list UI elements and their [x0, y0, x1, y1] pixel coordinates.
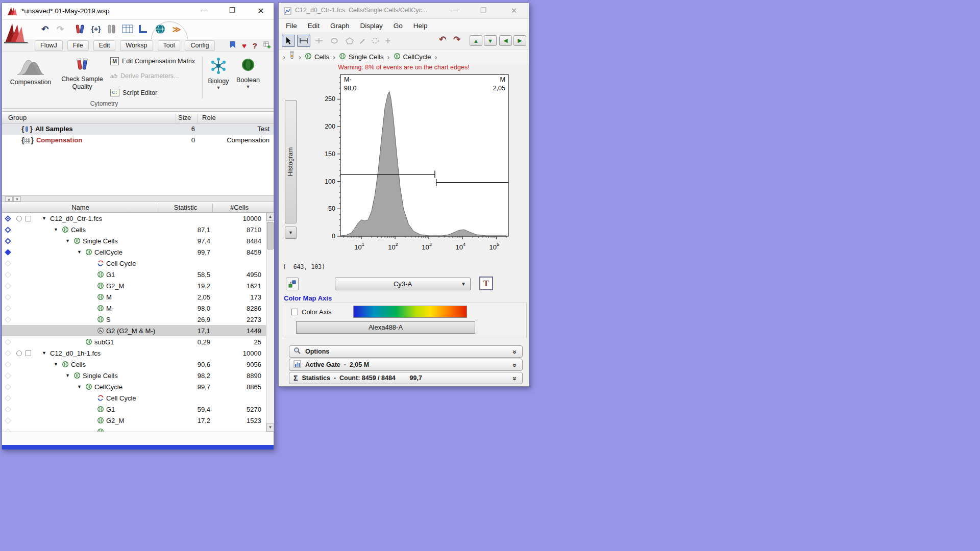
sample-square-icon[interactable] [26, 350, 31, 356]
add-samples-icon[interactable] [72, 22, 87, 36]
sample-circle-icon[interactable] [16, 350, 22, 356]
x-axis-parameter-dropdown[interactable]: Cy3-A ▼ [335, 278, 471, 290]
expand-chevron-icon[interactable]: » [511, 350, 519, 354]
options-panel[interactable]: Options » [289, 345, 523, 358]
diamond-indicator-icon[interactable] [5, 238, 11, 244]
graph-undo-button[interactable]: ↶ [436, 34, 449, 46]
sample-flask-icon[interactable] [289, 51, 295, 62]
help-icon[interactable]: ? [253, 41, 257, 50]
row-lead-icons[interactable] [2, 261, 42, 266]
diamond-indicator-icon[interactable] [5, 260, 11, 267]
polygon-gate-tool[interactable] [343, 35, 356, 47]
row-lead-icons[interactable] [2, 407, 42, 412]
row-lead-icons[interactable] [2, 385, 42, 389]
graph-titlebar[interactable]: C12_d0_Ctr-1.fcs: Cells/Single Cells/Cel… [279, 3, 529, 19]
expander-icon[interactable]: ▼ [42, 216, 50, 221]
tree-row[interactable]: &G2 (G2_M & M-)17,11449 [2, 325, 266, 336]
tree-row[interactable]: G158,54950 [2, 269, 266, 280]
swap-axes-button[interactable] [286, 278, 299, 290]
tree-row[interactable]: ▼Cells87,18710 [2, 224, 266, 235]
ribbon-tab-edit[interactable]: Edit [93, 40, 116, 51]
ribbon-tab-config[interactable]: Config [185, 40, 214, 51]
expander-icon[interactable]: ▼ [42, 350, 50, 356]
scroll-up-button[interactable]: ▲ [266, 213, 274, 221]
breadcrumb-item[interactable]: CellCycle [394, 53, 431, 61]
expander-icon[interactable]: ▼ [77, 249, 85, 255]
graph-minimize-button[interactable]: — [449, 6, 460, 14]
menu-edit[interactable]: Edit [308, 22, 320, 30]
tree-row[interactable]: ▼CellCycle99,78459 [2, 246, 266, 258]
advance-icon[interactable]: ≫ [169, 22, 184, 36]
pencil-gate-tool[interactable] [356, 35, 369, 47]
tree-scrollbar[interactable]: ▲ ▼ [266, 213, 274, 432]
undo-button[interactable]: ↶ [38, 22, 52, 36]
histogram-plot[interactable]: 050100150200250101102103104105M-98,0M2,0… [279, 73, 530, 258]
graph-redo-button[interactable]: ↷ [450, 34, 463, 46]
biology-dropdown[interactable]: Biology ▼ [205, 57, 232, 90]
diamond-indicator-icon[interactable] [5, 249, 11, 256]
y-axis-selector[interactable]: Histogram [285, 100, 297, 223]
menu-display[interactable]: Display [360, 22, 383, 30]
diamond-indicator-icon[interactable] [5, 283, 11, 289]
tree-row[interactable]: S26,92273 [2, 314, 266, 325]
select-tool[interactable] [282, 35, 295, 47]
bisector-gate-tool[interactable] [312, 35, 326, 47]
sample-circle-icon[interactable] [16, 216, 22, 221]
tree-row[interactable]: ▼C12_d0_1h-1.fcs10000 [2, 347, 266, 359]
group-row[interactable]: {}All Samples6Test [2, 123, 274, 135]
boolean-dropdown[interactable]: Boolean ▼ [233, 57, 263, 89]
breadcrumb-item[interactable]: Cells [305, 53, 329, 61]
tree-row[interactable]: Cell Cycle [2, 392, 266, 404]
tree-row[interactable]: Cell Cycle [2, 258, 266, 269]
tree-row[interactable]: G2_M19,21621 [2, 280, 266, 291]
diamond-indicator-icon[interactable] [5, 361, 11, 368]
ribbon-tab-worksp[interactable]: Worksp [120, 40, 153, 51]
diamond-indicator-icon[interactable] [5, 215, 11, 222]
expand-chevron-icon[interactable]: » [511, 377, 519, 381]
tree-row[interactable]: M2,05173 [2, 291, 266, 303]
menu-help[interactable]: Help [413, 22, 428, 30]
web-icon[interactable] [153, 22, 167, 36]
edit-compensation-matrix-button[interactable]: M Edit Compensation Matrix [110, 57, 195, 65]
font-button[interactable]: T [479, 277, 493, 290]
breadcrumb-item[interactable]: Single Cells [339, 53, 384, 61]
row-lead-icons[interactable] [2, 228, 42, 232]
diamond-indicator-icon[interactable] [5, 339, 11, 345]
y-axis-selector-arrow[interactable]: ▼ [285, 227, 297, 239]
expand-chevron-icon[interactable]: » [511, 363, 519, 367]
splitter-down-button[interactable]: ▼ [13, 196, 21, 202]
diamond-indicator-icon[interactable] [5, 372, 11, 379]
diamond-indicator-icon[interactable] [5, 395, 11, 402]
auto-gate-tool[interactable] [369, 35, 382, 47]
close-button[interactable]: ✕ [255, 6, 266, 16]
menu-file[interactable]: File [286, 22, 297, 30]
diamond-indicator-icon[interactable] [5, 406, 11, 413]
tree-row[interactable]: ▼CellCycle99,78865 [2, 381, 266, 392]
ellipse-gate-tool[interactable] [328, 35, 341, 47]
diamond-indicator-icon[interactable] [5, 316, 11, 323]
menu-graph[interactable]: Graph [330, 22, 350, 30]
group-table-header[interactable]: Group Size Role [2, 111, 274, 123]
sample-square-icon[interactable] [26, 216, 31, 221]
row-lead-icons[interactable] [2, 418, 42, 423]
row-lead-icons[interactable] [2, 317, 42, 322]
diamond-indicator-icon[interactable] [5, 417, 11, 424]
tree-row[interactable] [2, 426, 266, 432]
layout-editor-icon[interactable] [136, 22, 150, 36]
expander-icon[interactable]: ▼ [65, 238, 74, 243]
tree-row[interactable]: ▼C12_d0_Ctr-1.fcs10000 [2, 213, 266, 224]
row-lead-icons[interactable] [2, 362, 42, 367]
grid-plus-icon[interactable] [263, 41, 271, 50]
tree-row[interactable]: M-98,08286 [2, 303, 266, 314]
statistics-panel[interactable]: Σ Statistics - Count: 8459 / 8484 99,7 » [289, 372, 523, 384]
row-lead-icons[interactable] [2, 350, 42, 356]
row-lead-icons[interactable] [2, 216, 42, 221]
row-lead-icons[interactable] [2, 373, 42, 378]
compensation-button[interactable]: Compensation [6, 57, 55, 86]
maximize-button[interactable]: ❐ [227, 6, 238, 14]
quad-gate-tool[interactable] [381, 35, 395, 47]
ribbon-tab-flowj[interactable]: FlowJ [35, 40, 63, 51]
minimize-button[interactable]: — [199, 6, 210, 14]
row-lead-icons[interactable] [2, 396, 42, 400]
navigate-up-button[interactable]: ▲ [470, 35, 482, 46]
